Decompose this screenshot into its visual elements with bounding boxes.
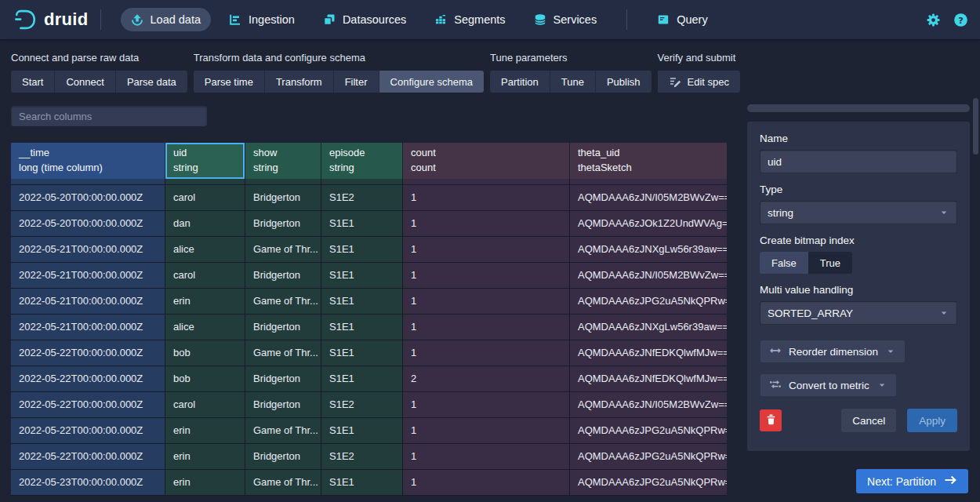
column-header-theta-uid[interactable]: theta_uidthetaSketch	[570, 143, 727, 179]
step-button-configure-schema[interactable]: Configure schema	[379, 71, 485, 93]
cell-time[interactable]: 2022-05-21T00:00:00.000Z	[11, 289, 165, 315]
gear-icon[interactable]	[926, 13, 941, 27]
cell-theta-uid[interactable]: AQMDAAA6zJNXgLw56r39aw==	[570, 237, 727, 263]
nav-item-ingestion[interactable]: Ingestion	[219, 8, 305, 31]
cell-count[interactable]: 1	[403, 340, 570, 366]
cell-uid[interactable]: erin	[165, 444, 245, 470]
column-header-time[interactable]: __timelong (time column)	[11, 143, 165, 179]
page-scrollbar[interactable]	[973, 98, 978, 155]
cell-uid[interactable]: dan	[165, 211, 245, 237]
cell-count[interactable]: 1	[403, 315, 570, 340]
nav-item-services[interactable]: Services	[524, 8, 608, 31]
cell-episode[interactable]: S1E1	[321, 237, 403, 263]
cell-uid[interactable]: erin	[165, 289, 245, 315]
cell-show[interactable]: Bridgerton	[245, 315, 321, 340]
step-button-parse-time[interactable]: Parse time	[194, 71, 265, 93]
cell-uid[interactable]: carol	[165, 185, 245, 211]
column-header-count[interactable]: countcount	[403, 143, 570, 179]
help-icon[interactable]: ?	[953, 13, 968, 27]
cell-show[interactable]: Bridgerton	[245, 366, 321, 392]
cell-time[interactable]: 2022-05-22T00:00:00.000Z	[11, 366, 165, 392]
nav-item-query[interactable]: Query	[647, 8, 718, 31]
cell-time[interactable]: 2022-05-23T00:00:00.000Z	[11, 470, 165, 496]
name-input[interactable]	[760, 150, 957, 173]
cell-theta-uid[interactable]: AQMDAAA6zJPG2uA5NkQPRw==	[570, 289, 727, 315]
step-button-publish[interactable]: Publish	[596, 71, 652, 93]
cell-uid[interactable]: carol	[165, 263, 245, 289]
cell-episode[interactable]: S1E2	[321, 444, 403, 470]
step-button-transform[interactable]: Transform	[265, 71, 334, 93]
bitmap-option-false[interactable]: False	[760, 252, 808, 274]
cell-theta-uid[interactable]: AQMDAAA6zJPG2uA5NkQPRw==	[570, 418, 727, 444]
step-button-partition[interactable]: Partition	[490, 71, 550, 93]
cell-theta-uid[interactable]: AQMDAAA6zJNXgLw56r39aw==	[570, 315, 727, 340]
convert-to-metric-button[interactable]: Convert to metric	[760, 373, 897, 397]
cell-count[interactable]: 2	[403, 366, 570, 392]
cell-theta-uid[interactable]: AQMDAAA6zJN/I05M2BWvZw==	[570, 185, 727, 211]
cell-count[interactable]: 1	[403, 263, 570, 289]
step-button-tune[interactable]: Tune	[550, 71, 596, 93]
cell-count[interactable]: 1	[403, 289, 570, 315]
cell-time[interactable]: 2022-05-21T00:00:00.000Z	[11, 315, 165, 340]
search-input[interactable]	[11, 106, 207, 126]
step-button-start[interactable]: Start	[11, 71, 55, 93]
cell-count[interactable]: 1	[403, 392, 570, 418]
cell-uid[interactable]: erin	[165, 418, 245, 444]
delete-dimension-button[interactable]	[760, 409, 782, 431]
cell-episode[interactable]: S1E1	[321, 418, 403, 444]
next-partition-button[interactable]: Next: Partition	[856, 469, 968, 493]
nav-item-segments[interactable]: Segments	[424, 8, 515, 31]
cell-time[interactable]: 2022-05-21T00:00:00.000Z	[11, 263, 165, 289]
cell-uid[interactable]: bob	[165, 340, 245, 366]
cell-show[interactable]: Bridgerton	[245, 211, 321, 237]
cell-show[interactable]: Bridgerton	[245, 392, 321, 418]
step-button-edit-spec[interactable]: Edit spec	[658, 71, 740, 93]
type-select[interactable]: string	[760, 201, 957, 224]
cell-count[interactable]: 1	[403, 185, 570, 211]
cell-show[interactable]: Bridgerton	[245, 444, 321, 470]
multi-value-select[interactable]: SORTED_ARRAY	[760, 301, 957, 325]
cell-theta-uid[interactable]: AQMDAAA6zJOk1Z2UndWVAg==	[570, 211, 727, 237]
cell-uid[interactable]: alice	[165, 237, 245, 263]
cell-time[interactable]: 2022-05-21T00:00:00.000Z	[11, 237, 165, 263]
cell-show[interactable]: Bridgerton	[245, 263, 321, 289]
cell-episode[interactable]: S1E1	[321, 366, 403, 392]
cell-show[interactable]: Bridgerton	[245, 185, 321, 211]
nav-item-load-data[interactable]: Load data	[121, 8, 212, 31]
cell-uid[interactable]: alice	[165, 315, 245, 340]
cell-time[interactable]: 2022-05-20T00:00:00.000Z	[11, 185, 165, 211]
cell-theta-uid[interactable]: AQMDAAA6zJPG2uA5NkQPRw==	[570, 444, 727, 470]
cell-uid[interactable]: bob	[165, 366, 245, 392]
cell-show[interactable]: Game of Thr...	[245, 237, 321, 263]
cell-theta-uid[interactable]: AQMDAAA6zJNfEDKQlwfMJw==	[570, 340, 727, 366]
cell-episode[interactable]: S1E1	[321, 211, 403, 237]
brand[interactable]: druid	[12, 6, 89, 33]
cell-count[interactable]: 1	[403, 470, 570, 496]
step-button-connect[interactable]: Connect	[55, 71, 115, 93]
cancel-button[interactable]: Cancel	[841, 409, 896, 432]
reorder-dimension-button[interactable]: Reorder dimension	[760, 340, 906, 363]
bitmap-option-true[interactable]: True	[808, 252, 852, 274]
cell-count[interactable]: 1	[403, 418, 570, 444]
cell-theta-uid[interactable]: AQMDAAA6zJN/I05M2BWvZw==	[570, 263, 727, 289]
cell-episode[interactable]: S1E1	[321, 289, 403, 315]
column-header-show[interactable]: showstring	[245, 143, 321, 179]
cell-time[interactable]: 2022-05-22T00:00:00.000Z	[11, 418, 165, 444]
apply-button[interactable]: Apply	[907, 409, 957, 432]
cell-time[interactable]: 2022-05-22T00:00:00.000Z	[11, 392, 165, 418]
cell-theta-uid[interactable]: AQMDAAA6zJN/I05M2BWvZw==	[570, 392, 727, 418]
cell-episode[interactable]: S1E2	[321, 185, 403, 211]
cell-uid[interactable]: erin	[165, 470, 245, 496]
cell-theta-uid[interactable]: AQMDAAA6zJPG2uA5NkQPRw==	[570, 470, 727, 496]
cell-show[interactable]: Game of Thr...	[245, 418, 321, 444]
cell-time[interactable]: 2022-05-20T00:00:00.000Z	[11, 211, 165, 237]
cell-time[interactable]: 2022-05-22T00:00:00.000Z	[11, 444, 165, 470]
cell-episode[interactable]: S1E1	[321, 315, 403, 340]
cell-episode[interactable]: S1E2	[321, 392, 403, 418]
step-button-filter[interactable]: Filter	[334, 71, 379, 93]
column-header-episode[interactable]: episodestring	[321, 143, 403, 179]
cell-episode[interactable]: S1E1	[321, 470, 403, 496]
cell-count[interactable]: 1	[403, 237, 570, 263]
cell-episode[interactable]: S1E1	[321, 340, 403, 366]
cell-uid[interactable]: carol	[165, 392, 245, 418]
